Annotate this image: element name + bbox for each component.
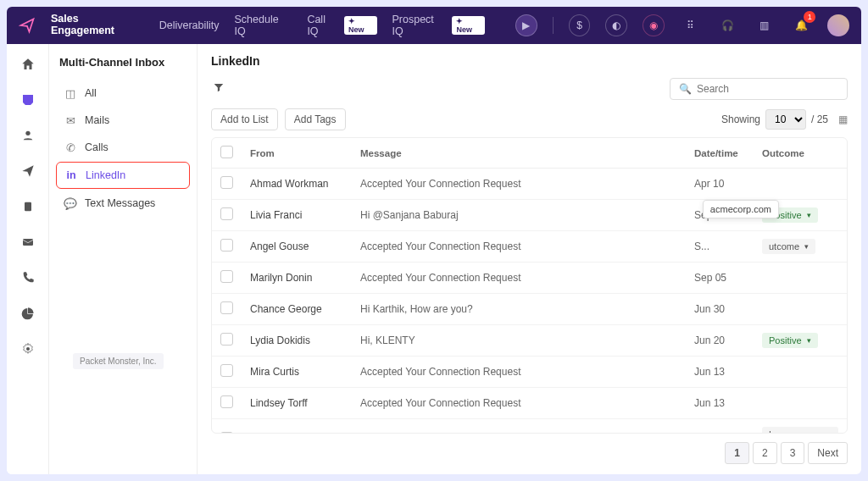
cell-from: Ahmad Workman <box>242 169 352 200</box>
outcome-badge[interactable]: utcome <box>762 239 815 254</box>
page-3[interactable]: 3 <box>781 442 805 464</box>
columns-icon[interactable]: ▦ <box>838 113 848 125</box>
rail-gear-icon[interactable] <box>19 340 36 357</box>
messages-table: From Message Date/time Outcome Ahmad Wor… <box>212 138 847 434</box>
new-badge: ✦ New <box>452 16 485 35</box>
nav-deliverability[interactable]: Deliverability <box>159 19 220 31</box>
sidebar-item-label: Mails <box>85 114 109 126</box>
sidebar-item-text-messages[interactable]: 💬Text Messages <box>56 191 190 216</box>
table-row[interactable]: Lindsey TorffAccepted Your Connection Re… <box>212 388 847 419</box>
apps-icon[interactable]: ⠿ <box>680 14 702 36</box>
bell-icon[interactable]: 🔔1 <box>791 14 813 36</box>
dollar-icon[interactable]: $ <box>569 14 591 36</box>
col-outcome: Outcome <box>754 138 847 169</box>
cell-message: Accepted Your Connection Request <box>352 357 686 388</box>
search-icon: 🔍 <box>679 83 692 95</box>
row-checkbox[interactable] <box>220 207 233 220</box>
cell-outcome <box>754 294 847 325</box>
table-row[interactable]: Marilyn DoninAccepted Your Connection Re… <box>212 263 847 294</box>
sidebar-item-all[interactable]: ◫All <box>56 80 190 106</box>
page-title: LinkedIn <box>211 54 848 68</box>
table-row[interactable]: Mira CurtisAccepted Your Connection Requ… <box>212 357 847 388</box>
rail-home-icon[interactable] <box>19 56 36 73</box>
rail-send-icon[interactable] <box>19 163 36 180</box>
cell-outcome: utcome <box>754 231 847 263</box>
avatar[interactable] <box>827 14 849 36</box>
phone-icon: ✆ <box>64 141 76 153</box>
company-tag[interactable]: Packet Monster, Inc. <box>73 353 164 369</box>
filter-icon[interactable] <box>211 80 226 98</box>
cell-message: Hi, KLENTY <box>352 325 686 357</box>
search-input[interactable] <box>697 83 838 95</box>
rail-clipboard-icon[interactable] <box>19 198 36 215</box>
logo-icon <box>19 17 36 34</box>
add-tags-button[interactable]: Add Tags <box>285 108 346 130</box>
row-checkbox[interactable] <box>220 239 233 252</box>
svg-point-0 <box>25 131 30 135</box>
cell-message: Accepted Your Connection Request <box>352 263 686 294</box>
cell-message: Accepted Your Connection Request <box>352 231 686 263</box>
row-checkbox[interactable] <box>220 395 233 408</box>
sidebar-item-linkedin[interactable]: inLinkedIn <box>56 162 190 189</box>
page-1[interactable]: 1 <box>725 442 749 464</box>
cell-from: Angel Gouse <box>242 231 352 263</box>
cell-from: Marilyn Curtis <box>242 419 352 434</box>
cell-date: May 17 <box>686 419 754 434</box>
log-outcome-button[interactable]: Log Outcome <box>762 427 838 434</box>
linkedin-icon: in <box>65 169 77 181</box>
nav-sales-engagement[interactable]: Sales Engagement <box>51 13 144 48</box>
page-2[interactable]: 2 <box>753 442 777 464</box>
table-row[interactable]: Marilyn CurtisI'm goodMay 17Log Outcome <box>212 419 847 434</box>
cell-message: Hi @Sanjana Baburaj <box>352 200 686 231</box>
cell-date: Jun 13 <box>686 388 754 419</box>
row-checkbox[interactable] <box>220 270 233 283</box>
rail-mail-icon[interactable] <box>19 234 36 251</box>
cell-from: Mira Curtis <box>242 357 352 388</box>
select-all-checkbox[interactable] <box>220 146 233 158</box>
nav-schedule-iq[interactable]: Schedule IQ <box>235 14 292 37</box>
top-nav: Sales Engagement Deliverability Schedule… <box>7 7 861 44</box>
table-row[interactable]: Angel GouseAccepted Your Connection Requ… <box>212 231 847 263</box>
row-checkbox[interactable] <box>220 176 233 189</box>
page-size-select[interactable]: 10 <box>765 109 806 130</box>
sidebar: Multi-Channel Inbox ◫All ✉Mails ✆Calls i… <box>49 44 198 474</box>
rail-inbox-icon[interactable] <box>19 91 36 108</box>
cell-outcome <box>754 388 847 419</box>
cell-message: I'm good <box>352 419 686 434</box>
table-row[interactable]: Ahmad WorkmanAccepted Your Connection Re… <box>212 169 847 200</box>
play-icon[interactable]: ▶ <box>515 14 537 36</box>
outcome-positive-badge[interactable]: Positive <box>762 333 818 348</box>
cell-from: Marilyn Donin <box>242 263 352 294</box>
row-checkbox[interactable] <box>220 301 233 314</box>
add-to-list-button[interactable]: Add to List <box>211 108 278 130</box>
headset-icon[interactable]: 🎧 <box>716 14 738 36</box>
row-checkbox[interactable] <box>220 364 233 377</box>
nav-prospect-iq[interactable]: Prospect IQ✦ New <box>392 14 486 37</box>
page-next[interactable]: Next <box>808 442 848 464</box>
chart-icon[interactable]: ◉ <box>643 14 665 36</box>
sidebar-item-calls[interactable]: ✆Calls <box>56 135 190 160</box>
cell-date: Jun 30 <box>686 294 754 325</box>
col-from: From <box>242 138 352 169</box>
cell-outcome <box>754 357 847 388</box>
rail-person-icon[interactable] <box>19 127 36 144</box>
cell-date: Jun 20 <box>686 325 754 357</box>
cell-message: Accepted Your Connection Request <box>352 388 686 419</box>
row-checkbox[interactable] <box>220 333 233 346</box>
nav-call-iq[interactable]: Call IQ✦ New <box>307 14 376 37</box>
sidebar-item-label: All <box>85 87 97 99</box>
user-circle-icon[interactable]: ◐ <box>605 14 627 36</box>
sidebar-item-mails[interactable]: ✉Mails <box>56 108 190 133</box>
table-row[interactable]: Lydia DokidisHi, KLENTYJun 20Positive <box>212 325 847 357</box>
table-row[interactable]: Chance GeorgeHi Karthik, How are you?Jun… <box>212 294 847 325</box>
tray-icon: ◫ <box>64 87 76 99</box>
rail-phone-icon[interactable] <box>19 269 36 286</box>
rail-pie-icon[interactable] <box>19 305 36 322</box>
cell-date: S... <box>686 231 754 263</box>
book-icon[interactable]: ▥ <box>754 14 776 36</box>
row-checkbox[interactable] <box>220 432 233 434</box>
cell-outcome: Log Outcome <box>754 419 847 434</box>
search-input-wrapper[interactable]: 🔍 <box>670 78 848 100</box>
cell-from: Lindsey Torff <box>242 388 352 419</box>
cell-outcome <box>754 263 847 294</box>
